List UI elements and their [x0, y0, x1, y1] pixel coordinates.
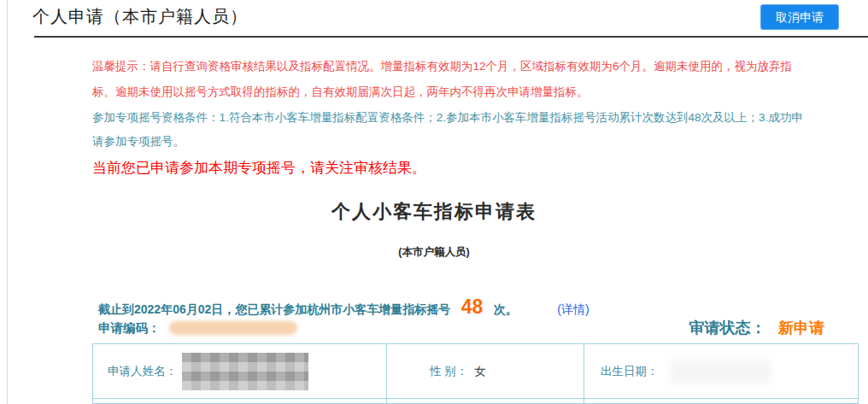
form-title: 个人小客车指标申请表: [0, 199, 868, 225]
review-status-value: 新申请: [778, 319, 824, 337]
current-status-alert-text: 当前您已申请参加本期专项摇号，请关注审核结果。: [92, 157, 803, 179]
birth-date-redacted-blur: [669, 359, 771, 384]
application-code-label: 申请编码：: [98, 320, 161, 337]
review-status-label: 审请状态：: [689, 319, 766, 337]
stats-suffix: 次。: [494, 302, 518, 316]
application-code-row: 申请编码： 审请状态： 新申请: [98, 318, 824, 338]
birth-date-cell: 出生日期：: [584, 344, 858, 398]
gender-value: 女: [474, 364, 486, 379]
cancel-application-button[interactable]: 取消申请: [760, 4, 839, 30]
review-status-group: 审请状态： 新申请: [689, 318, 824, 338]
gender-label: 性 别：: [430, 364, 467, 379]
lottery-conditions-text: 参加专项摇号资格条件：1.符合本市小客车增量指标配置资格条件；2.参加本市小客车…: [92, 106, 803, 154]
lottery-count: 48: [461, 296, 484, 318]
header-divider: [34, 36, 868, 38]
table-row-partial: [93, 399, 858, 404]
page-title: 个人申请（本市户籍人员）: [32, 5, 248, 28]
applicant-name-cell: 申请人姓名：: [93, 344, 387, 398]
lottery-stats-line: 截止到2022年06月02日，您已累计参加杭州市小客车增量指标摇号 48 次。 …: [98, 296, 589, 319]
application-code-redacted-blur: [169, 321, 297, 335]
gender-cell: 性 别： 女: [387, 344, 584, 398]
application-form-table: 申请人姓名： 性 别： 女 出生日期：: [92, 343, 859, 404]
warning-notice-text: 温馨提示：请自行查询资格审核结果以及指标配置情况。增量指标有效期为12个月，区域…: [92, 54, 803, 105]
applicant-name-redacted-mosaic: [182, 353, 308, 390]
application-code-group: 申请编码：: [98, 320, 297, 337]
table-row: 申请人姓名： 性 别： 女 出生日期：: [93, 344, 858, 399]
applicant-name-label: 申请人姓名：: [108, 364, 177, 379]
birth-date-label: 出生日期：: [601, 364, 659, 379]
stats-prefix: 截止到2022年06月02日，您已累计参加杭州市小客车增量指标摇号: [98, 302, 450, 316]
details-link[interactable]: (详情): [557, 302, 589, 316]
form-subtitle: (本市户籍人员): [0, 245, 868, 260]
personal-application-page: 个人申请（本市户籍人员） 取消申请 温馨提示：请自行查询资格审核结果以及指标配置…: [0, 0, 868, 404]
notice-block: 温馨提示：请自行查询资格审核结果以及指标配置情况。增量指标有效期为12个月，区域…: [92, 54, 803, 179]
